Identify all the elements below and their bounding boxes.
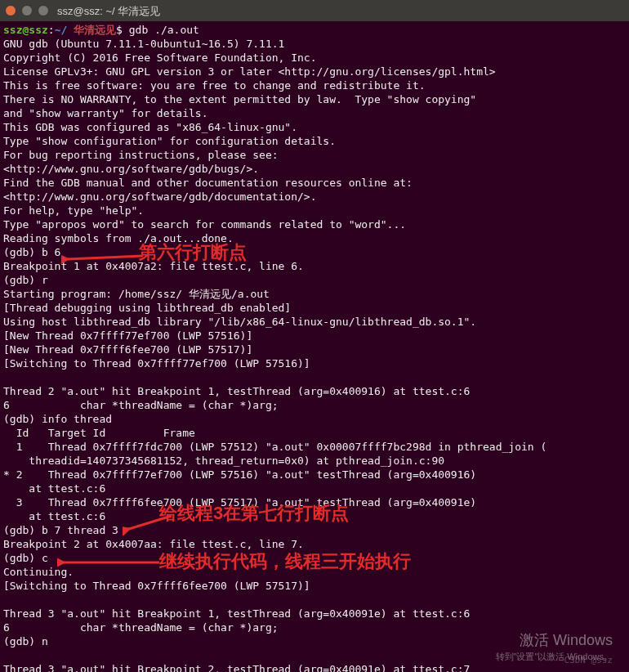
out-line: threadid=140737345681152, thread_return=… [3, 455, 444, 467]
out-line: This GDB was configured as "x86_64-linux… [3, 121, 297, 133]
watermark-line1: 激活 Windows [496, 631, 613, 650]
out-line: For bug reporting instructions, please s… [3, 149, 279, 161]
gdb-prompt-line: (gdb) c [3, 552, 48, 564]
prompt-path: ~/ [55, 24, 68, 36]
out-line: For help, type "help". [3, 204, 144, 217]
out-line: [Switching to Thread 0x7ffff6fee700 (LWP… [3, 580, 310, 592]
out-line: <http://www.gnu.org/software/gdb/documen… [3, 190, 317, 203]
out-line: Thread 2 "a.out" hit Breakpoint 1, testT… [3, 385, 470, 397]
maximize-icon[interactable] [38, 5, 49, 16]
out-line: 6 char *threadName = (char *)arg; [3, 621, 279, 634]
out-line: at ttest.c:6 [3, 510, 105, 522]
out-line: Type "show configuration" for configurat… [3, 135, 336, 147]
out-line: [New Thread 0x7ffff77ef700 (LWP 57516)] [3, 329, 252, 342]
out-line: There is NO WARRANTY, to the extent perm… [3, 93, 476, 105]
gdb-prompt-line: (gdb) n [3, 635, 48, 647]
gdb-prompt-line: (gdb) b 6 [3, 246, 60, 258]
out-line: Thread 3 "a.out" hit Breakpoint 1, testT… [3, 607, 470, 620]
out-line: Breakpoint 2 at 0x4007aa: file ttest.c, … [3, 538, 304, 550]
out-line: at ttest.c:6 [3, 482, 105, 495]
out-line: License GPLv3+: GNU GPL version 3 or lat… [3, 65, 496, 78]
prompt-user: ssz [3, 24, 22, 36]
out-line: Find the GDB manual and other documentat… [3, 177, 413, 189]
out-line: 6 char *threadName = (char *)arg; [3, 399, 279, 411]
prompt-symbol: $ [116, 24, 123, 36]
minimize-icon[interactable] [21, 5, 33, 16]
prompt-path-cn: 华清远见 [74, 24, 116, 36]
out-line: Thread 3 "a.out" hit Breakpoint 2, testT… [3, 663, 470, 672]
csdn-watermark: CSDN @ssz [564, 653, 613, 667]
window-title: ssz@ssz: ~/ 华清远见 [57, 4, 160, 18]
out-line: Breakpoint 1 at 0x4007a2: file ttest.c, … [3, 260, 304, 272]
prompt-host: ssz [29, 24, 47, 36]
close-icon[interactable] [5, 5, 16, 16]
terminal-output[interactable]: ssz@ssz:~/ 华清远见$ gdb ./a.out GNU gdb (Ub… [0, 21, 629, 672]
gdb-prompt-line: (gdb) info thread [3, 413, 112, 425]
out-line: Using host libthread_db library "/lib/x8… [3, 316, 476, 328]
out-line: <http://www.gnu.org/software/gdb/bugs/>. [3, 163, 259, 175]
command-input: gdb ./a.out [129, 24, 199, 36]
out-line: [New Thread 0x7ffff6fee700 (LWP 57517)] [3, 343, 252, 356]
out-line: This is free software: you are free to c… [3, 79, 426, 92]
window-buttons [5, 5, 49, 16]
out-line: Continuing. [3, 566, 74, 578]
out-line: Copyright (C) 2016 Free Software Foundat… [3, 52, 317, 64]
out-line: 1 Thread 0x7ffff7fdc700 (LWP 57512) "a.o… [3, 441, 546, 453]
out-line: 3 Thread 0x7ffff6fee700 (LWP 57517) "a.o… [3, 496, 476, 508]
out-line: Type "apropos word" to search for comman… [3, 218, 406, 231]
gdb-prompt-line: (gdb) r [3, 274, 48, 286]
out-line: and "show warranty" for details. [3, 107, 207, 119]
out-line: [Thread debugging using libthread_db ena… [3, 302, 291, 314]
out-line: Reading symbols from ./a.out...done. [3, 232, 234, 244]
titlebar: ssz@ssz: ~/ 华清远见 [0, 0, 629, 21]
out-line: [Switching to Thread 0x7ffff77ef700 (LWP… [3, 357, 310, 370]
out-line: Starting program: /home/ssz/ 华清远见/a.out [3, 288, 270, 300]
gdb-prompt-line: (gdb) b 7 thread 3 [3, 524, 118, 536]
out-line: Id Target Id Frame [3, 427, 195, 439]
out-line: GNU gdb (Ubuntu 7.11.1-0ubuntu1~16.5) 7.… [3, 38, 284, 50]
out-line: * 2 Thread 0x7ffff77ef700 (LWP 57516) "a… [3, 468, 476, 481]
